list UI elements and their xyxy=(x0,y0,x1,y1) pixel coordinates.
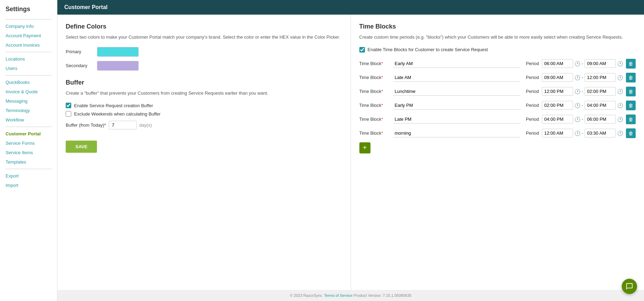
delete-time-block-2[interactable]: 🗑 xyxy=(626,87,636,96)
tb-name-input-1[interactable] xyxy=(393,73,521,82)
add-time-block-button[interactable]: + xyxy=(359,142,370,153)
tb-period-label-3: Period xyxy=(526,103,539,108)
sidebar-item-import[interactable]: Import xyxy=(0,181,57,190)
tb-end-3[interactable] xyxy=(585,101,616,110)
tb-name-input-3[interactable] xyxy=(393,101,521,110)
sidebar-item-service-forms[interactable]: Service Forms xyxy=(0,138,57,148)
buffer-input-row: Buffer (from Today)* day(s) xyxy=(66,121,342,129)
sidebar-item-company-info[interactable]: Company Info xyxy=(0,22,57,31)
tb-end-0[interactable] xyxy=(585,59,616,68)
tb-label-2: Time Block* xyxy=(359,89,391,94)
tb-name-input-2[interactable] xyxy=(393,87,521,96)
secondary-color-row: Secondary xyxy=(66,61,342,71)
sidebar-item-workflow[interactable]: Workflow xyxy=(0,115,57,125)
tb-start-3[interactable] xyxy=(542,101,573,110)
sidebar-item-account-payment[interactable]: Account Payment xyxy=(0,31,57,40)
time-block-row: Time Block* Period 🕐 - 🕐 🗑 xyxy=(359,73,636,82)
tb-end-2[interactable] xyxy=(585,87,616,96)
footer: © 2023 RazorSync. Terms of Service Produ… xyxy=(57,290,644,301)
save-button[interactable]: SAVE xyxy=(66,141,97,153)
tb-period-label-5: Period xyxy=(526,130,539,136)
tb-name-input-5[interactable] xyxy=(393,129,521,137)
tb-period-label-2: Period xyxy=(526,89,539,94)
sidebar-item-account-invoices[interactable]: Account Invoices xyxy=(0,40,57,50)
tb-name-input-0[interactable] xyxy=(393,60,521,68)
enable-buffer-label: Enable Service Request creation Buffer xyxy=(74,103,153,108)
define-colors-section: Define Colors Select two colors to make … xyxy=(66,23,342,71)
define-colors-title: Define Colors xyxy=(66,23,342,30)
tb-label-4: Time Block* xyxy=(359,117,391,122)
tb-end-5[interactable] xyxy=(585,129,616,137)
tb-period-label-1: Period xyxy=(526,75,539,80)
secondary-color-swatch[interactable] xyxy=(97,61,139,71)
delete-time-block-3[interactable]: 🗑 xyxy=(626,101,636,110)
clock-icon-start-2: 🕐 xyxy=(574,89,580,94)
sidebar-item-customer-portal[interactable]: Customer Portal xyxy=(0,129,57,138)
sidebar-item-users[interactable]: Users xyxy=(0,64,57,73)
delete-time-block-0[interactable]: 🗑 xyxy=(626,59,636,69)
left-panel: Define Colors Select two colors to make … xyxy=(57,15,351,290)
sidebar-item-export[interactable]: Export xyxy=(0,171,57,181)
tb-start-5[interactable] xyxy=(542,129,573,137)
enable-time-blocks-checkbox[interactable] xyxy=(359,47,365,53)
tb-period-label-4: Period xyxy=(526,117,539,122)
buffer-title: Buffer xyxy=(66,79,342,86)
buffer-desc: Create a "buffer" that prevents your Cus… xyxy=(66,90,342,97)
sidebar-item-templates[interactable]: Templates xyxy=(0,157,57,167)
footer-tos-link[interactable]: Terms of Service xyxy=(324,293,353,298)
enable-buffer-checkbox[interactable] xyxy=(66,103,71,108)
sidebar-item-messaging[interactable]: Messaging xyxy=(0,96,57,106)
main-content: Customer Portal Define Colors Select two… xyxy=(57,0,644,301)
footer-text: © 2023 RazorSync. xyxy=(290,293,323,298)
define-colors-desc: Select two colors to make your Customer … xyxy=(66,34,342,41)
time-blocks-title: Time Blocks xyxy=(359,23,636,30)
chat-bubble[interactable] xyxy=(622,279,637,294)
sidebar-item-locations[interactable]: Locations xyxy=(0,54,57,64)
chat-icon xyxy=(626,283,633,290)
enable-time-blocks-row: Enable Time Blocks for Customer to creat… xyxy=(359,47,636,53)
content-area: Define Colors Select two colors to make … xyxy=(57,15,644,290)
tb-start-1[interactable] xyxy=(542,73,573,82)
primary-label: Primary xyxy=(66,49,97,54)
secondary-label: Secondary xyxy=(66,63,97,68)
tb-period-label-0: Period xyxy=(526,61,539,66)
primary-color-swatch[interactable] xyxy=(97,47,139,57)
time-blocks-desc: Create custom time periods (e.g. "blocks… xyxy=(359,34,636,41)
clock-icon-end-3: 🕐 xyxy=(617,103,623,108)
time-block-row: Time Block* Period 🕐 - 🕐 🗑 xyxy=(359,101,636,110)
sidebar-item-quickbooks[interactable]: QuickBooks xyxy=(0,78,57,87)
clock-icon-start-4: 🕐 xyxy=(574,117,580,122)
clock-icon-start-1: 🕐 xyxy=(574,75,580,80)
time-block-rows: Time Block* Period 🕐 - 🕐 🗑 Time Block* P… xyxy=(359,59,636,138)
tb-label-0: Time Block* xyxy=(359,61,391,66)
delete-time-block-5[interactable]: 🗑 xyxy=(626,128,636,138)
sidebar-item-invoice-quote[interactable]: Invoice & Quote xyxy=(0,87,57,96)
sidebar-item-service-items[interactable]: Service Items xyxy=(0,148,57,157)
tb-time-group-4: 🕐 - 🕐 xyxy=(542,115,623,124)
exclude-weekends-checkbox[interactable] xyxy=(66,111,71,117)
delete-time-block-1[interactable]: 🗑 xyxy=(626,73,636,82)
primary-color-row: Primary xyxy=(66,47,342,57)
time-block-row: Time Block* Period 🕐 - 🕐 🗑 xyxy=(359,128,636,138)
delete-time-block-4[interactable]: 🗑 xyxy=(626,114,636,124)
time-block-row: Time Block* Period 🕐 - 🕐 🗑 xyxy=(359,87,636,96)
tb-start-0[interactable] xyxy=(542,59,573,68)
tb-time-group-5: 🕐 - 🕐 xyxy=(542,129,623,137)
buffer-value-input[interactable] xyxy=(109,121,137,129)
clock-icon-end-0: 🕐 xyxy=(617,61,623,66)
tb-label-5: Time Block* xyxy=(359,130,391,136)
time-block-row: Time Block* Period 🕐 - 🕐 🗑 xyxy=(359,59,636,69)
clock-icon-end-2: 🕐 xyxy=(617,89,623,94)
tb-end-4[interactable] xyxy=(585,115,616,124)
enable-buffer-row: Enable Service Request creation Buffer xyxy=(66,103,342,108)
tb-start-2[interactable] xyxy=(542,87,573,96)
tb-end-1[interactable] xyxy=(585,73,616,82)
tb-label-3: Time Block* xyxy=(359,103,391,108)
tb-start-4[interactable] xyxy=(542,115,573,124)
page-header: Customer Portal xyxy=(57,0,644,15)
tb-name-input-4[interactable] xyxy=(393,115,521,124)
buffer-from-today-label: Buffer (from Today)* xyxy=(66,122,106,128)
sidebar-item-terminology[interactable]: Terminology xyxy=(0,106,57,115)
footer-version: Product Version: 7.15.1.05080635 xyxy=(354,293,411,298)
sidebar: Settings Company Info Account Payment Ac… xyxy=(0,0,57,301)
